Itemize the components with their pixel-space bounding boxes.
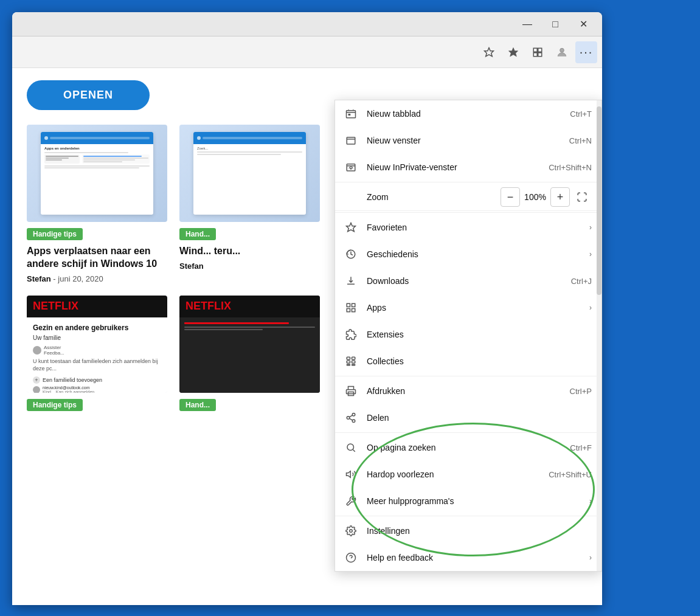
svg-rect-4 [533, 52, 537, 56]
scrollbar[interactable] [597, 100, 601, 571]
divider-2 [335, 212, 601, 213]
maximize-button[interactable]: □ [541, 15, 569, 34]
zoom-fullscreen-button[interactable] [572, 187, 592, 207]
menu-item-find[interactable]: Op pagina zoeken Ctrl+F [335, 434, 601, 461]
menu-item-inprivate[interactable]: Nieuw InPrivate-venster Ctrl+Shift+N [335, 154, 601, 181]
svg-rect-22 [347, 364, 350, 365]
svg-marker-12 [347, 223, 356, 232]
svg-rect-17 [352, 309, 355, 312]
svg-rect-9 [347, 137, 355, 144]
history-label: Geschiedenis [367, 249, 584, 259]
divider-5 [335, 516, 601, 516]
svg-rect-5 [538, 52, 542, 56]
svg-point-6 [560, 48, 564, 52]
article-card-3: NETFLIX Gezin en andere gebruikers Uw fa… [27, 296, 167, 416]
inprivate-icon [345, 161, 357, 173]
zoom-value: 100% [520, 192, 550, 202]
zoom-minus-button[interactable]: − [501, 187, 520, 207]
menu-item-more-tools[interactable]: Meer hulpprogramma's › [335, 488, 601, 514]
find-shortcut: Ctrl+F [570, 443, 592, 452]
menu-item-history[interactable]: Geschiedenis › [335, 241, 601, 268]
extensions-icon [345, 328, 357, 341]
divider-3 [335, 376, 601, 376]
history-arrow: › [589, 250, 592, 258]
tag-badge-2: Hand... [179, 228, 216, 240]
print-shortcut: Ctrl+P [570, 387, 592, 396]
article-title-1[interactable]: Apps verplaatsen naar een andere schijf … [27, 245, 167, 271]
help-arrow: › [589, 553, 592, 562]
read-aloud-icon [345, 468, 357, 480]
article-meta-1: Stefan - juni 20, 2020 [27, 274, 167, 283]
menu-item-print[interactable]: Afdrukken Ctrl+P [335, 378, 601, 404]
svg-rect-8 [348, 114, 351, 116]
tag-badge-4: Hand... [179, 399, 216, 411]
divider-1 [335, 182, 601, 182]
article-meta-2: Stefan [179, 261, 320, 271]
menu-item-new-window[interactable]: Nieuw venster Ctrl+N [335, 127, 601, 154]
tag-badge-3: Handige tips [27, 399, 83, 411]
title-bar: — □ ✕ [12, 12, 602, 36]
article-title-2[interactable]: Wind... teru... [179, 245, 320, 258]
svg-point-26 [347, 417, 350, 420]
extensions-label: Extensies [367, 330, 592, 339]
svg-point-11 [350, 168, 352, 170]
find-icon [345, 441, 357, 454]
profile-button[interactable] [551, 41, 573, 63]
svg-point-32 [350, 530, 353, 533]
menu-item-settings[interactable]: Instellingen [335, 517, 601, 544]
menu-item-downloads[interactable]: Downloads Ctrl+J [335, 268, 601, 294]
history-icon [345, 248, 357, 260]
svg-rect-10 [347, 164, 355, 171]
browser-window: — □ ✕ [12, 12, 602, 605]
favorites-label: Favorieten [367, 223, 584, 232]
menu-item-help[interactable]: Help en feedback › [335, 544, 601, 571]
find-label: Op pagina zoeken [367, 443, 560, 452]
zoom-label: Zoom [345, 192, 389, 202]
svg-line-29 [349, 415, 352, 417]
new-window-shortcut: Ctrl+N [569, 136, 592, 145]
svg-marker-1 [509, 47, 518, 56]
favorites-icon [345, 221, 357, 234]
article-thumb-4: NETFLIX [179, 296, 320, 393]
menu-item-collections[interactable]: Collecties [335, 348, 601, 375]
settings-label: Instellingen [367, 526, 592, 536]
svg-rect-3 [538, 48, 542, 52]
menu-item-apps[interactable]: Apps › [335, 294, 601, 321]
content-area: OPENEN Apps en [12, 68, 602, 605]
open-button[interactable]: OPENEN [27, 80, 150, 110]
scrollbar-thumb[interactable] [597, 106, 601, 295]
article-card-2: Zoek... Hand... Wind... teru... Stefan [179, 125, 320, 283]
downloads-shortcut: Ctrl+J [571, 277, 592, 286]
menu-item-read-aloud[interactable]: Hardop voorlezen Ctrl+Shift+U [335, 461, 601, 488]
settings-icon [345, 525, 357, 537]
read-aloud-label: Hardop voorlezen [367, 469, 539, 479]
downloads-icon [345, 275, 357, 287]
menu-button[interactable]: ··· [575, 41, 597, 63]
collections-button[interactable] [527, 41, 549, 63]
article-thumb-2: Zoek... [179, 125, 320, 222]
zoom-plus-button[interactable]: + [550, 187, 570, 207]
svg-rect-19 [352, 357, 355, 359]
collections-label: Collecties [367, 356, 592, 366]
menu-item-extensions[interactable]: Extensies [335, 321, 601, 348]
favorite-button[interactable] [478, 41, 500, 63]
article-thumb-3: NETFLIX Gezin en andere gebruikers Uw fa… [27, 296, 167, 393]
svg-point-30 [347, 444, 354, 451]
apps-arrow: › [589, 303, 592, 312]
menu-item-favorites[interactable]: Favorieten › [335, 214, 601, 241]
svg-rect-20 [347, 361, 350, 363]
svg-point-25 [352, 414, 355, 417]
menu-item-new-tab[interactable]: Nieuw tabblad Ctrl+T [335, 100, 601, 127]
tag-badge-1: Handige tips [27, 228, 83, 240]
menu-item-share[interactable]: Delen [335, 404, 601, 431]
article-thumb-1: Apps en onderdelen [27, 125, 167, 222]
share-icon [345, 412, 357, 424]
close-button[interactable]: ✕ [569, 15, 597, 34]
article-grid-2: NETFLIX Gezin en andere gebruikers Uw fa… [27, 296, 320, 416]
minimize-button[interactable]: — [513, 15, 541, 34]
new-tab-shortcut: Ctrl+T [570, 109, 592, 119]
favorites-sidebar-button[interactable] [502, 41, 524, 63]
svg-rect-21 [352, 361, 355, 363]
share-label: Delen [367, 413, 592, 423]
article-card-4: NETFLIX Hand... [179, 296, 320, 416]
